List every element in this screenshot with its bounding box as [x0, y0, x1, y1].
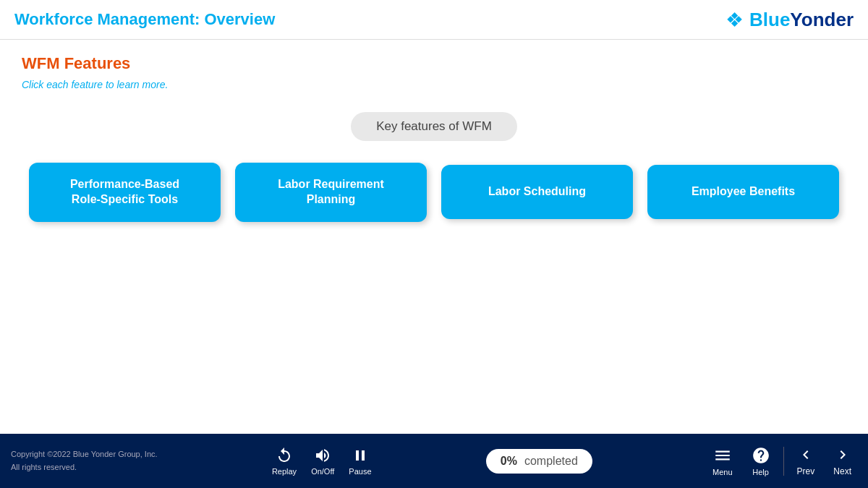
prev-icon [797, 446, 814, 463]
key-features-pill: Key features of WFM [351, 112, 517, 141]
logo: ❖ BlueYonder [726, 8, 854, 32]
section-subtitle: Click each feature to learn more. [22, 79, 846, 90]
main-content: WFM Features Click each feature to learn… [0, 40, 868, 434]
header: Workforce Management: Overview ❖ BlueYon… [0, 0, 868, 40]
progress-text: completed [524, 455, 578, 468]
pause-icon [352, 447, 369, 464]
logo-text: BlueYonder [749, 9, 854, 31]
next-icon [834, 446, 851, 463]
progress-pill: 0% completed [486, 449, 592, 474]
prev-button[interactable]: Prev [791, 446, 821, 476]
feature-btn-2[interactable]: Labor Scheduling [441, 165, 633, 219]
feature-btn-1[interactable]: Labor Requirement Planning [235, 163, 427, 222]
replay-button[interactable]: Replay [272, 447, 297, 476]
pause-button[interactable]: Pause [349, 447, 371, 476]
next-button[interactable]: Next [827, 446, 857, 476]
page-title: Workforce Management: Overview [14, 10, 275, 29]
help-icon [752, 446, 770, 465]
replay-icon [276, 447, 293, 464]
logo-icon: ❖ [726, 8, 744, 32]
audio-toggle-button[interactable]: On/Off [311, 447, 334, 476]
menu-icon [713, 446, 732, 465]
key-features-label-container: Key features of WFM [22, 112, 846, 141]
footer-controls: Replay On/Off Pause [272, 447, 372, 476]
feature-btn-3[interactable]: Employee Benefits [647, 165, 839, 219]
section-title: WFM Features [22, 54, 846, 73]
audio-icon [314, 447, 331, 464]
features-row: Performance-Based Role-Specific Tools La… [22, 163, 846, 222]
footer-divider [783, 447, 784, 476]
footer-copyright: Copyright ©2022 Blue Yonder Group, Inc. … [11, 448, 158, 474]
help-button[interactable]: Help [746, 446, 776, 476]
footer: Copyright ©2022 Blue Yonder Group, Inc. … [0, 434, 868, 488]
feature-btn-0[interactable]: Performance-Based Role-Specific Tools [29, 163, 221, 222]
footer-right-controls: Menu Help Prev Next [707, 446, 857, 476]
progress-percent: 0% [501, 455, 517, 468]
menu-button[interactable]: Menu [707, 446, 739, 476]
